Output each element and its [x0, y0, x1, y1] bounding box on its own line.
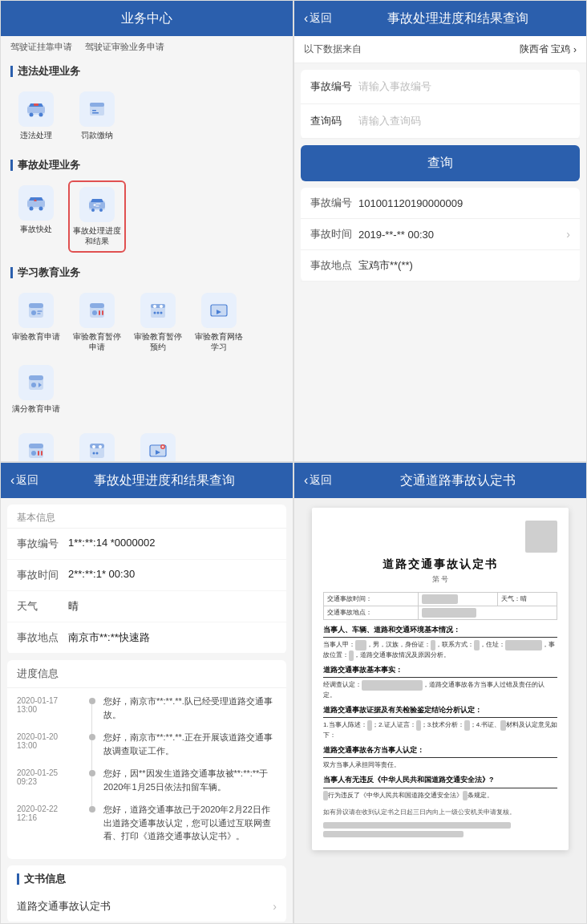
panel-accident-detail: ‹ 返回 事故处理进度和结果查询 基本信息 事故编号 1**:**:14 *00… [0, 462, 294, 924]
cert-section-title-2: 道路交通事故基本事实： [323, 665, 557, 679]
accident-cert-content: 道路交通事故认定书 第 号 交通事故时间： ████████ 天气：晴 交通事故… [294, 498, 586, 923]
section-edu: 学习教育业务 [1, 259, 293, 285]
cert-section-title-3: 道路交通事故证据及有关检验鉴定结论分析认定： [323, 705, 557, 719]
cert-section-title-1: 当事人、车辆、道路和交通环境基本情况： [323, 625, 557, 638]
svg-rect-1 [27, 107, 45, 113]
doc-section-title: 文书信息 [7, 865, 286, 891]
svg-point-23 [92, 310, 97, 315]
cert-main-title: 道路交通事故认定书 [323, 556, 557, 573]
item-edu-apply[interactable]: 审验教育申请 [7, 288, 65, 357]
item-edu-online-label: 审验教育网络学习 [193, 331, 245, 352]
cert-footer-blurred [323, 822, 557, 837]
cert-text-1: 当事人甲：王**，男，汉族，身份证：**，联系方式：**，住址：**，男，汉族，… [323, 640, 557, 661]
accident-query-title: 事故处理进度和结果查询 [338, 10, 577, 27]
timeline: 2020-01-17 13:00 您好，南京市**:**.**.队已经受理道路交… [7, 688, 286, 859]
result-time-label: 事故时间 [310, 227, 358, 241]
svg-rect-27 [151, 304, 165, 308]
app-grid: 业务中心 驾驶证挂靠申请 驾驶证审验业务申请 违法处理业务 [0, 0, 587, 924]
cert-location-value: ████████████ [418, 606, 557, 619]
item-violation[interactable]: 违法处理 [7, 87, 65, 145]
svg-point-29 [160, 305, 163, 308]
item-violation-label: 违法处理 [20, 130, 52, 140]
basic-info-title: 基本信息 [7, 505, 286, 529]
back-button-cert[interactable]: ‹ 返回 [304, 473, 332, 488]
detail-time-value: 2**:**:1* 00:30 [68, 568, 277, 580]
back-button-query[interactable]: ‹ 返回 [304, 11, 332, 26]
item-full-edu-online[interactable]: 满分教育网络学习 [129, 428, 187, 461]
item-fine-label: 罚款缴纳 [81, 130, 113, 140]
svg-point-46 [99, 445, 102, 448]
svg-point-31 [157, 312, 160, 314]
cert-footer-text: 如有异议请在收到认定书之日起三日内向上一级公安机关申请复核。 [323, 807, 557, 818]
item-accident-quick[interactable]: 事故快处 [7, 180, 65, 253]
svg-point-45 [92, 445, 95, 448]
timeline-dot-2 [89, 734, 95, 740]
timeline-text-1: 您好，南京市**:**.**.队已经受理道路交通事故。 [103, 695, 277, 721]
full-edu-online-icon [140, 433, 176, 461]
top-link-1[interactable]: 驾驶证挂靠申请 [10, 41, 72, 53]
timeline-dot-4 [89, 806, 95, 813]
item-full-edu[interactable]: 满分教育申请 [7, 360, 65, 419]
accident-progress-icon [79, 187, 115, 222]
accident-detail-content: 基本信息 事故编号 1**:**:14 *0000002 事故时间 2**:**… [1, 498, 293, 923]
svg-point-37 [31, 383, 36, 387]
timeline-item-1: 2020-01-17 13:00 您好，南京市**:**.**.队已经受理道路交… [17, 695, 277, 721]
timeline-item-2: 2020-01-20 13:00 您好，南京市**:**.**.正在开展该道路交… [17, 731, 277, 757]
svg-point-12 [39, 207, 43, 211]
timeline-time-4: 2020-02-22 12:16 [17, 803, 81, 843]
result-time-value: 2019-**-** 00:30 [358, 229, 566, 241]
svg-point-16 [99, 209, 103, 212]
svg-rect-6 [90, 103, 104, 107]
timeline-time-2: 2020-01-20 13:00 [17, 731, 81, 757]
doc-row-cert[interactable]: 道路交通事故认定书 › [7, 891, 286, 922]
timeline-text-3: 您好，因**因发生道路交通事故被**:**:**于2020年1月25日依法扣留车… [103, 767, 277, 793]
item-edu-online[interactable]: 审验教育网络学习 [190, 288, 248, 357]
cert-section-1: 当事人、车辆、道路和交通环境基本情况： 当事人甲：王**，男，汉族，身份证：**… [323, 625, 557, 661]
item-full-edu-reserve[interactable]: 满分教育暂停后预约 [68, 428, 126, 461]
timeline-dot-1 [89, 698, 95, 704]
basic-info-block: 基本信息 事故编号 1**:**:14 *0000002 事故时间 2**:**… [7, 505, 286, 654]
accident-no-input[interactable]: 请输入事故编号 [358, 79, 570, 94]
svg-rect-22 [90, 303, 104, 308]
svg-point-48 [96, 452, 99, 455]
cert-stamp-area [323, 521, 557, 553]
detail-location-label: 事故地点 [17, 630, 68, 645]
cert-header: 道路交通事故认定书 第 号 [323, 556, 557, 586]
accident-no-row: 事故编号 请输入事故编号 [301, 70, 580, 104]
panel-biz-center: 业务中心 驾驶证挂靠申请 驾驶证审验业务申请 违法处理业务 [0, 0, 294, 462]
data-source-bar: 以下数据来自 陕西省 宝鸡 › [294, 36, 586, 63]
result-accident-no-label: 事故编号 [310, 196, 358, 210]
violation-grid: 违法处理 罚款缴纳 [1, 83, 293, 152]
detail-location-row: 事故地点 南京市**:**快速路 [7, 622, 286, 654]
svg-point-32 [160, 312, 163, 314]
query-button[interactable]: 查询 [301, 145, 580, 181]
data-source-value-row[interactable]: 陕西省 宝鸡 › [520, 43, 577, 56]
item-accident-quick-label: 事故快处 [20, 224, 52, 234]
detail-accident-no-row: 事故编号 1**:**:14 *0000002 [7, 529, 286, 560]
item-edu-pause[interactable]: 审验教育暂停申请 [68, 288, 126, 357]
query-code-input[interactable]: 请输入查询码 [358, 114, 570, 128]
svg-rect-24 [99, 310, 100, 315]
item-full-edu-pause[interactable]: 满分教育暂停申请 [7, 428, 65, 461]
back-button-detail[interactable]: ‹ 返回 [10, 473, 38, 488]
svg-point-40 [31, 451, 36, 456]
section-accident: 事故处理业务 [1, 152, 293, 177]
top-links-row: 驾驶证挂靠申请 驾驶证审验业务申请 [1, 36, 293, 58]
item-fine[interactable]: 罚款缴纳 [68, 87, 126, 145]
edu-pause-icon [79, 293, 115, 328]
top-link-2[interactable]: 驾驶证审验业务申请 [85, 41, 164, 53]
cert-section-5: 当事人有无违反《中华人民共和国道路交通安全法》? **行为违反了《中华人民共和国… [323, 775, 557, 800]
item-accident-progress-label: 事故处理进度和结果 [73, 225, 121, 246]
cert-section-4: 道路交通事故各方当事人认定： 双方当事人承担同等责任。 [323, 745, 557, 771]
item-accident-progress[interactable]: 事故处理进度和结果 [68, 180, 126, 253]
cert-text-2: 经调查认定：**，智能，智能识别**，道路交通事故各方当事人过错及责任的认定。 [323, 680, 557, 701]
svg-rect-8 [92, 112, 99, 114]
result-accident-time[interactable]: 事故时间 2019-**-** 00:30 › [301, 219, 580, 250]
section-violation: 违法处理业务 [1, 58, 293, 83]
biz-center-title: 业务中心 [121, 10, 172, 27]
progress-section: 进度信息 2020-01-17 13:00 您好，南京市**:**.**.队已经… [7, 660, 286, 859]
item-edu-reserve-label: 审验教育暂停预约 [132, 331, 184, 352]
svg-point-30 [154, 312, 156, 314]
item-edu-reserve[interactable]: 审验教育暂停预约 [129, 288, 187, 357]
biz-center-content: 驾驶证挂靠申请 驾驶证审验业务申请 违法处理业务 [1, 36, 293, 461]
